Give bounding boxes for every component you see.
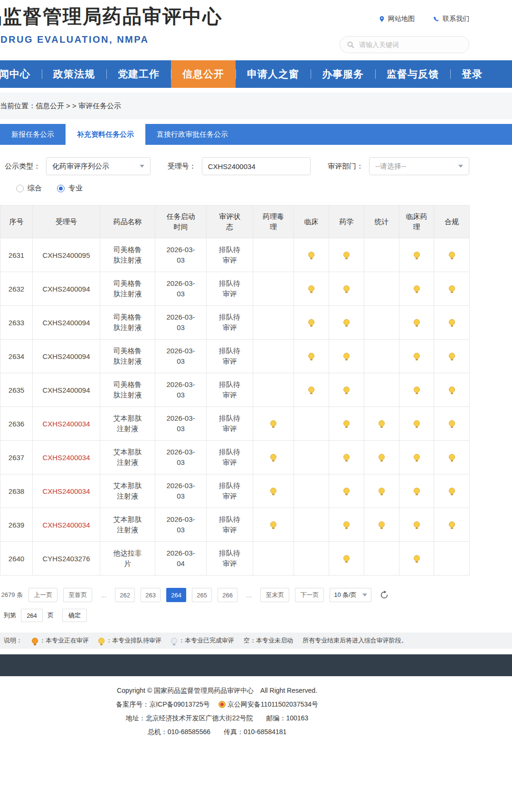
start-date-text: 2026-03-03 <box>164 312 198 333</box>
sitemap-label: 网站地图 <box>388 15 415 23</box>
table-row: 2639 CXHS2400034 艾本那肽注射液 2026-03-03 排队待审… <box>0 508 470 542</box>
public-security-badge-icon <box>218 701 226 708</box>
accept-no-text: CXHS2400034 <box>42 453 90 462</box>
tab-bar: 新报任务公示 补充资料任务公示 直接行政审批任务公示 <box>0 124 512 145</box>
drug-name-text: 艾本那肽注射液 <box>113 447 143 468</box>
column-header: 临床 <box>294 206 329 238</box>
nav-item[interactable]: 政策法规 <box>42 60 106 88</box>
nav-item[interactable]: 登录 <box>450 60 494 88</box>
cell-start-date: 2026-03-04 <box>155 542 207 576</box>
cell-status: 排队待审评 <box>207 542 253 576</box>
cell-statistics <box>364 542 399 576</box>
psb-number: 京公网安备11011502037534号 <box>228 700 318 708</box>
cell-clin-pharm <box>399 474 434 508</box>
nav-item[interactable]: 新闻中心 <box>0 60 42 88</box>
cell-pharm-tox <box>253 340 294 373</box>
cell-seq: 2636 <box>0 407 33 441</box>
prev-page-button[interactable]: 上一页 <box>28 588 57 602</box>
goto-confirm-button[interactable]: 确定 <box>62 609 87 622</box>
page-number-button[interactable]: … <box>243 588 255 602</box>
cell-status: 排队待审评 <box>207 238 253 272</box>
cell-seq: 2634 <box>0 340 33 373</box>
nav-item[interactable]: 申请人之窗 <box>236 60 311 88</box>
nav-item[interactable]: 信息公开 <box>171 60 236 88</box>
bulb-icon <box>32 638 38 644</box>
accept-no-text: CXHS2400094 <box>42 285 90 293</box>
page-size-value: 10 条/页 <box>334 591 357 599</box>
type-select[interactable]: 化药审评序列公示 <box>46 157 151 175</box>
column-header: 审评状态 <box>207 206 253 238</box>
nav-item[interactable]: 党建工作 <box>106 60 171 88</box>
legend-item-label: 所有专业结束后将进入综合审评阶段。 <box>303 636 408 645</box>
nav-item[interactable]: 监督与反馈 <box>375 60 450 88</box>
accept-no-text: CXHS2400095 <box>42 251 90 259</box>
column-header: 药理毒理 <box>253 206 294 238</box>
bulb-icon <box>379 420 385 426</box>
cell-accept-no: CXHS2400034 <box>33 508 100 542</box>
cell-clinical <box>294 238 329 272</box>
footer-dark-bar <box>0 654 512 676</box>
tab[interactable]: 新报任务公示 <box>0 124 66 145</box>
goto-page-input[interactable] <box>21 609 43 622</box>
page-number-button[interactable]: … <box>98 588 109 602</box>
page-number-button[interactable]: 262 <box>115 588 135 602</box>
cell-compliance <box>434 272 470 306</box>
cell-seq: 2633 <box>0 306 33 340</box>
first-page-button[interactable]: 至首页 <box>63 588 92 602</box>
drug-name-text: 司美格鲁肽注射液 <box>113 346 143 367</box>
dept-select[interactable]: --请选择-- <box>369 157 469 175</box>
page-number-button[interactable]: 263 <box>141 588 161 602</box>
breadcrumb: 当前位置：信息公开 > > 审评任务公示 <box>0 102 121 111</box>
start-date-text: 2026-03-03 <box>164 346 198 367</box>
accept-no-input[interactable] <box>202 157 311 175</box>
search-box[interactable] <box>340 36 469 53</box>
start-date-text: 2026-03-03 <box>164 278 198 299</box>
page-size-select[interactable]: 10 条/页 <box>330 588 371 602</box>
sitemap-link[interactable]: 网站地图 <box>379 15 415 23</box>
drug-name-text: 司美格鲁肽注射液 <box>113 278 143 299</box>
bulb-icon <box>379 454 385 460</box>
cell-pharm-tox <box>253 441 294 474</box>
column-header-label: 序号 <box>9 217 24 227</box>
bulb-icon <box>379 521 385 528</box>
cell-statistics <box>364 306 399 340</box>
radio-label: 专业 <box>68 184 83 193</box>
status-text: 排队待审评 <box>218 514 241 535</box>
page-number-button[interactable]: 264 <box>166 588 186 602</box>
start-date-text: 2026-03-04 <box>164 548 198 569</box>
column-header-label: 药品名称 <box>114 217 142 227</box>
contact-link[interactable]: 联系我们 <box>433 15 469 23</box>
page-number-button[interactable]: 265 <box>192 588 212 602</box>
start-date-text: 2026-03-03 <box>164 379 198 400</box>
accept-no-text: CXHS2400094 <box>42 386 90 394</box>
tab[interactable]: 直接行政审批任务公示 <box>145 124 239 145</box>
tab[interactable]: 补充资料任务公示 <box>66 124 145 145</box>
cell-clin-pharm <box>399 340 434 373</box>
bulb-icon <box>449 488 455 494</box>
last-page-button[interactable]: 至末页 <box>260 588 289 602</box>
refresh-button[interactable] <box>380 591 389 599</box>
cell-clinical <box>294 474 329 508</box>
legend-item: ：本专业正在审评 <box>32 636 89 645</box>
cell-compliance <box>434 441 470 474</box>
status-text: 排队待审评 <box>218 278 241 299</box>
cell-clinical <box>294 306 329 340</box>
search-input[interactable] <box>358 40 455 49</box>
bulb-icon <box>449 285 455 292</box>
bulb-icon <box>414 420 420 426</box>
cell-pharmacy <box>329 272 364 306</box>
legend-item-label: ：本专业正在审评 <box>39 636 89 645</box>
main-nav: 新闻中心 政策法规 党建工作 信息公开 申请人之窗 办事服务 监督与反馈 登录 <box>0 60 512 88</box>
search-icon <box>347 41 354 48</box>
page-number-button[interactable]: 266 <box>218 588 237 602</box>
nav-item[interactable]: 办事服务 <box>311 60 375 88</box>
legend-item-label: ：本专业排队待审评 <box>106 636 161 645</box>
radio-option[interactable]: 综合 <box>16 184 42 193</box>
bulb-icon <box>449 387 455 393</box>
next-page-button[interactable]: 下一页 <box>295 588 324 602</box>
column-header-label: 药理毒理 <box>262 211 285 232</box>
radio-option[interactable]: 专业 <box>57 184 83 193</box>
footer-address: 地址：北京经济技术开发区广德大街22号院 邮编：100163 <box>0 711 512 725</box>
column-header: 受理号 <box>33 206 100 238</box>
column-header: 临床药理 <box>399 206 434 238</box>
